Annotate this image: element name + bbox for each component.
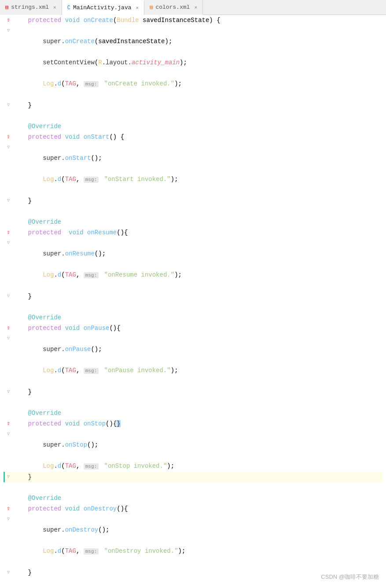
line-content: protected void onStart() { [13,132,382,142]
code-line: Log.d(TAG, msg: "onStop invoked."); [4,461,382,472]
line-content: super.onStop(); [13,440,382,450]
code-line [4,185,382,196]
line-content: Log.d(TAG, msg: "onCreate invoked."); [13,78,382,89]
code-line [4,355,382,365]
code-line [4,482,382,493]
fold-icon[interactable]: ▽ [7,472,10,482]
code-line: super.onCreate(savedInstanceState); [4,36,382,47]
gutter-arrow: ⇧ [4,15,13,26]
fold-icon[interactable]: ▽ [7,196,10,206]
gutter-fold: ▽ [4,429,13,440]
code-line: ▽ } [4,567,382,578]
code-line: ▽ [4,26,382,36]
code-line: Log.d(TAG, msg: "onDestroy invoked."); [4,546,382,557]
code-line: ▽ [4,142,382,153]
breakpoint-arrow: ⇧ [7,418,10,429]
fold-icon[interactable]: ▽ [7,514,10,525]
line-content: } [13,567,382,578]
code-line: ⇧ protected void onCreate(Bundle savedIn… [4,15,382,26]
line-content: protected void onStop(){} [13,418,382,429]
code-line [4,89,382,100]
code-line [4,302,382,312]
tab-colors-xml[interactable]: ▤ colors.xml ✕ [144,0,203,15]
fold-icon[interactable]: ▽ [7,567,10,578]
breakpoint-arrow: ⇧ [7,227,10,238]
code-line: ⇧ protected void onDestroy(){ [4,503,382,514]
gutter-fold: ▽ [4,238,13,248]
tab-close-strings[interactable]: ✕ [53,4,56,10]
line-content: super.onStart(); [13,153,382,163]
line-content: } [13,196,382,206]
fold-icon[interactable]: ▽ [7,429,10,440]
code-line: ⇧ protected void onStop(){} [4,418,382,429]
code-line [4,259,382,270]
code-line: ▽ } [4,291,382,302]
tab-close-colors[interactable]: ✕ [194,4,197,10]
fold-icon[interactable]: ▽ [7,333,10,344]
code-line [4,163,382,174]
code-line-highlighted: ▽ } [4,472,382,482]
code-line: @Override [4,217,382,227]
code-line: ⇧ protected void onPause(){ [4,323,382,333]
line-content: setContentView(R.layout.activity_main); [13,57,382,68]
code-line: @Override [4,408,382,418]
gutter-fold: ▽ [4,142,13,153]
line-content: Log.d(TAG, msg: "onStop invoked."); [13,461,382,472]
gutter-fold: ▽ [4,291,13,302]
tab-mainactivity-java[interactable]: C MainActivity.java ✕ [62,0,144,15]
tab-close-mainactivity[interactable]: ✕ [136,5,139,11]
fold-icon[interactable]: ▽ [7,291,10,302]
code-line: @Override [4,121,382,132]
color-icon: ▤ [150,4,153,11]
code-line: super.onStop(); [4,440,382,450]
line-content: super.onPause(); [13,344,382,355]
code-line: ▽ } [4,387,382,397]
fold-icon[interactable]: ▽ [7,387,10,397]
code-line: ▽ } [4,100,382,111]
line-content: Log.d(TAG, msg: "onStart invoked."); [13,174,382,185]
gutter-fold: ▽ [4,26,13,36]
gutter-fold: ▽ [4,196,13,206]
gutter-arrow: ⇧ [4,418,13,429]
line-content: protected void onResume(){ [13,227,382,238]
fold-icon[interactable]: ▽ [7,100,10,111]
breakpoint-arrow: ⇧ [7,503,10,514]
code-line: ▽ [4,429,382,440]
code-line: Log.d(TAG, msg: "onStart invoked."); [4,174,382,185]
code-line: ⇧ protected void onResume(){ [4,227,382,238]
gutter-arrow: ⇧ [4,323,13,333]
code-line: @Override [4,312,382,323]
code-line: ▽ [4,238,382,248]
line-content: } [13,291,382,302]
fold-icon[interactable]: ▽ [7,26,10,36]
breakpoint-arrow: ⇧ [7,15,10,26]
code-line: ▽ } [4,196,382,206]
code-line [4,535,382,546]
code-line: Log.d(TAG, msg: "onResume invoked."); [4,270,382,281]
breakpoint-arrow: ⇧ [7,132,10,142]
line-content: @Override [13,217,382,227]
line-content: } [13,387,382,397]
code-line: @Override [4,493,382,503]
gutter-fold: ▽ [4,514,13,525]
code-line [4,281,382,291]
line-content: protected void onCreate(Bundle savedInst… [13,15,382,26]
fold-icon[interactable]: ▽ [7,238,10,248]
code-line: super.onStart(); [4,153,382,163]
editor-area: ⇧ protected void onCreate(Bundle savedIn… [0,15,386,588]
tab-strings-xml[interactable]: ▤ strings.xml ✕ [0,0,62,15]
line-content: Log.d(TAG, msg: "onPause invoked."); [13,365,382,376]
gutter-arrow: ⇧ [4,132,13,142]
gutter-fold: ▽ [4,100,13,111]
line-content: protected void onDestroy(){ [13,503,382,514]
line-content: super.onResume(); [13,248,382,259]
fold-icon[interactable]: ▽ [7,142,10,153]
gutter-arrow: ⇧ [4,503,13,514]
line-content: @Override [13,312,382,323]
line-content: } [13,472,382,482]
gutter-fold-bar: ▽ [4,472,13,482]
gutter-arrow: ⇧ [4,227,13,238]
code-content[interactable]: ⇧ protected void onCreate(Bundle savedIn… [0,15,386,588]
code-line [4,397,382,408]
code-line [4,68,382,78]
